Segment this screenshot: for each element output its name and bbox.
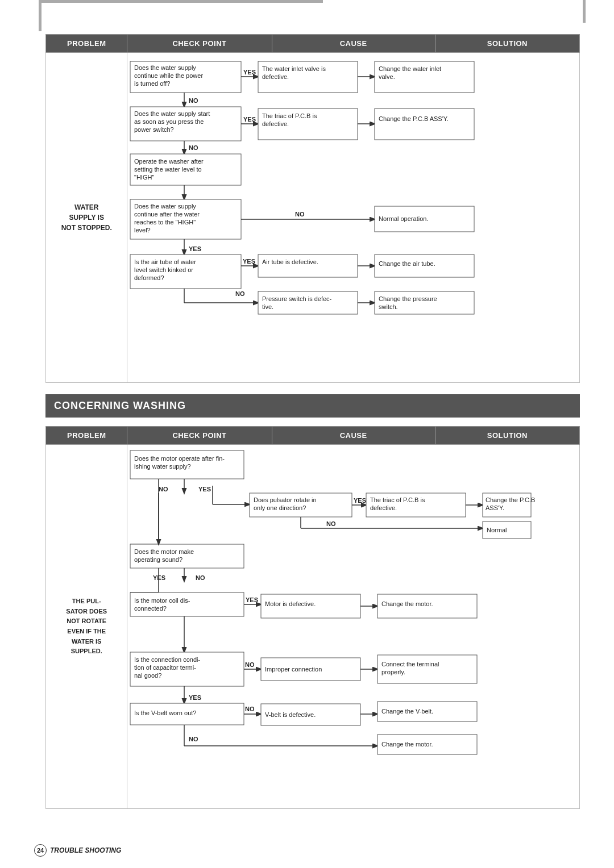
svg-text:NO: NO xyxy=(189,736,198,742)
svg-text:tive.: tive. xyxy=(262,303,273,310)
svg-text:power switch?: power switch? xyxy=(134,126,174,133)
problem-label-2: THE PUL-SATOR DOESNOT ROTATEEVEN IF THEW… xyxy=(46,445,127,809)
svg-text:Pressure switch is defec-: Pressure switch is defec- xyxy=(262,295,332,302)
svg-text:only one direction?: only one direction? xyxy=(254,504,306,511)
svg-text:YES: YES xyxy=(198,486,211,493)
svg-text:NO: NO xyxy=(295,211,305,218)
svg-text:as soon as you press the: as soon as you press the xyxy=(134,118,204,125)
header-solution-1: SOLUTION xyxy=(435,35,579,53)
svg-text:nal good?: nal good? xyxy=(134,672,161,679)
svg-text:YES: YES xyxy=(243,258,255,265)
svg-text:Change the V-belt.: Change the V-belt. xyxy=(381,708,433,715)
svg-text:Change the pressure: Change the pressure xyxy=(379,295,437,302)
svg-text:NO: NO xyxy=(245,706,255,712)
page-number: 24 xyxy=(34,844,47,857)
svg-rect-59 xyxy=(258,291,358,314)
svg-text:valve.: valve. xyxy=(379,73,395,80)
svg-text:is turned off?: is turned off? xyxy=(134,80,170,87)
svg-text:properly.: properly. xyxy=(381,669,405,675)
table1-header: PROBLEM CHECK POINT CAUSE SOLUTION WATER… xyxy=(45,34,580,383)
svg-text:defective.: defective. xyxy=(370,504,397,511)
svg-text:The triac of P.C.B is: The triac of P.C.B is xyxy=(370,496,425,503)
svg-text:The triac of P.C.B is: The triac of P.C.B is xyxy=(262,112,317,119)
svg-text:continue while the power: continue while the power xyxy=(134,72,203,79)
header-problem-1: PROBLEM xyxy=(46,35,127,53)
svg-text:Normal operation.: Normal operation. xyxy=(379,215,428,222)
top-bar-horizontal xyxy=(39,0,323,3)
svg-text:Improper connection: Improper connection xyxy=(265,666,322,673)
svg-text:Does the water supply start: Does the water supply start xyxy=(134,110,210,117)
footer: 24 TROUBLE SHOOTING xyxy=(34,844,121,857)
svg-text:YES: YES xyxy=(153,574,165,581)
svg-text:operating sound?: operating sound? xyxy=(134,556,182,563)
svg-text:NO: NO xyxy=(189,97,198,104)
header-cause-1: CAUSE xyxy=(272,35,435,53)
svg-text:Does the water supply: Does the water supply xyxy=(134,64,196,71)
header-problem-2: PROBLEM xyxy=(46,427,127,445)
svg-text:Operate the washer after: Operate the washer after xyxy=(134,158,204,165)
svg-text:setting the water level to: setting the water level to xyxy=(134,166,202,173)
svg-text:level?: level? xyxy=(134,227,151,233)
svg-text:YES: YES xyxy=(189,245,201,252)
svg-text:Does the water supply: Does the water supply xyxy=(134,203,196,210)
svg-text:"HIGH": "HIGH" xyxy=(134,174,154,181)
svg-text:NO: NO xyxy=(235,290,245,297)
svg-text:Change the P.C.B: Change the P.C.B xyxy=(486,496,535,503)
svg-text:Change the water inlet: Change the water inlet xyxy=(379,65,441,72)
svg-text:NO: NO xyxy=(245,661,255,668)
svg-text:The water inlet valve is: The water inlet valve is xyxy=(262,65,326,72)
svg-rect-102 xyxy=(130,592,244,616)
svg-text:NO: NO xyxy=(189,144,198,151)
svg-text:ASS'Y.: ASS'Y. xyxy=(486,504,504,511)
flow-diagram-1: text { font-family: Arial, sans-serif; f… xyxy=(127,53,537,382)
problem-label-1: WATERSUPPLY ISNOT STOPPED. xyxy=(46,53,127,383)
svg-text:reaches to the "HIGH": reaches to the "HIGH" xyxy=(134,219,196,226)
svg-text:Air tube is defective.: Air tube is defective. xyxy=(262,258,318,265)
svg-text:Connect the terminal: Connect the terminal xyxy=(381,661,439,667)
svg-text:Change the motor.: Change the motor. xyxy=(381,600,433,607)
svg-text:YES: YES xyxy=(246,596,258,603)
svg-text:connected?: connected? xyxy=(134,605,167,612)
svg-text:level switch kinked or: level switch kinked or xyxy=(134,266,193,273)
svg-text:YES: YES xyxy=(243,116,256,123)
right-bar xyxy=(583,0,586,23)
svg-text:YES: YES xyxy=(354,497,366,504)
svg-text:NO: NO xyxy=(159,486,168,493)
svg-rect-25 xyxy=(375,108,474,140)
footer-label: TROUBLE SHOOTING xyxy=(50,846,121,854)
svg-text:Does pulsator rotate in: Does pulsator rotate in xyxy=(254,496,317,503)
svg-text:YES: YES xyxy=(243,69,256,76)
svg-text:defective.: defective. xyxy=(262,73,289,80)
svg-text:deformed?: deformed? xyxy=(134,274,164,281)
svg-text:Does the motor make: Does the motor make xyxy=(134,548,194,555)
svg-text:Is the V-belt worn out?: Is the V-belt worn out? xyxy=(134,710,196,716)
section2-header: CONCERNING WASHING xyxy=(45,394,580,418)
svg-text:continue after the water: continue after the water xyxy=(134,211,200,218)
svg-rect-51 xyxy=(258,254,358,277)
table2-header: PROBLEM CHECK POINT CAUSE SOLUTION THE P… xyxy=(45,426,580,809)
top-bar-vertical xyxy=(39,0,42,31)
svg-text:YES: YES xyxy=(189,694,201,701)
svg-text:NO: NO xyxy=(326,520,336,527)
header-checkpoint-1: CHECK POINT xyxy=(127,35,272,53)
svg-text:switch.: switch. xyxy=(379,303,398,310)
svg-text:Does the motor operate after f: Does the motor operate after fin- xyxy=(134,455,225,462)
svg-text:Normal: Normal xyxy=(487,527,507,533)
svg-text:NO: NO xyxy=(196,574,205,581)
svg-text:Motor is defective.: Motor is defective. xyxy=(265,600,316,607)
header-checkpoint-2: CHECK POINT xyxy=(127,427,272,445)
svg-text:Is the  motor coil dis-: Is the motor coil dis- xyxy=(134,597,190,604)
svg-text:V-belt is defective.: V-belt is defective. xyxy=(265,711,316,718)
svg-text:tion of capacitor termi-: tion of capacitor termi- xyxy=(134,664,196,671)
header-solution-2: SOLUTION xyxy=(435,427,579,445)
svg-text:ishing water supply?: ishing water supply? xyxy=(134,463,191,470)
svg-text:defective.: defective. xyxy=(262,120,289,127)
svg-text:Change the motor.: Change the motor. xyxy=(381,741,433,748)
header-cause-2: CAUSE xyxy=(272,427,435,445)
svg-text:Is the air tube of water: Is the air tube of water xyxy=(134,258,196,265)
svg-rect-63 xyxy=(375,291,474,314)
svg-text:Change the P.C.B ASS'Y.: Change the P.C.B ASS'Y. xyxy=(379,115,449,122)
svg-text:Change the air tube.: Change the air tube. xyxy=(379,260,435,267)
flow-diagram-2: text { font-family: Arial, sans-serif; f… xyxy=(127,445,537,808)
svg-text:Is the connection condi-: Is the connection condi- xyxy=(134,656,201,663)
